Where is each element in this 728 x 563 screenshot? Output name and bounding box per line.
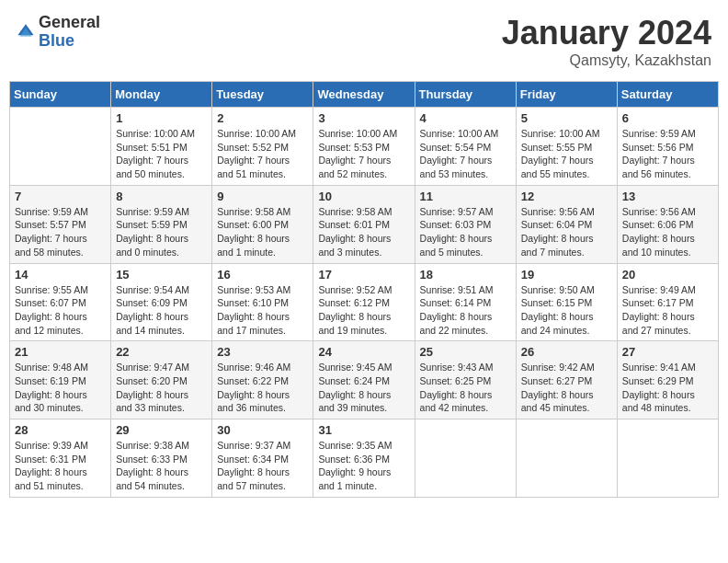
day-info: Sunrise: 10:00 AM Sunset: 5:54 PM Daylig… xyxy=(420,127,511,181)
calendar-week-row: 21Sunrise: 9:48 AM Sunset: 6:19 PM Dayli… xyxy=(10,341,719,419)
weekday-header: Wednesday xyxy=(313,82,415,108)
day-info: Sunrise: 9:43 AM Sunset: 6:25 PM Dayligh… xyxy=(420,361,511,415)
day-number: 8 xyxy=(116,190,207,203)
weekday-header: Friday xyxy=(516,82,617,108)
calendar-cell: 27Sunrise: 9:41 AM Sunset: 6:29 PM Dayli… xyxy=(617,341,718,419)
calendar-cell xyxy=(617,419,718,498)
day-info: Sunrise: 10:00 AM Sunset: 5:55 PM Daylig… xyxy=(521,127,612,181)
day-number: 14 xyxy=(15,268,106,282)
day-number: 1 xyxy=(116,111,207,125)
day-number: 6 xyxy=(622,111,713,125)
day-number: 19 xyxy=(521,268,612,282)
day-info: Sunrise: 9:47 AM Sunset: 6:20 PM Dayligh… xyxy=(116,361,207,415)
calendar-cell: 28Sunrise: 9:39 AM Sunset: 6:31 PM Dayli… xyxy=(10,419,111,498)
calendar-cell: 3Sunrise: 10:00 AM Sunset: 5:53 PM Dayli… xyxy=(313,108,415,186)
calendar-cell: 20Sunrise: 9:49 AM Sunset: 6:17 PM Dayli… xyxy=(617,263,718,341)
logo: General Blue xyxy=(17,14,100,51)
day-number: 7 xyxy=(15,190,106,203)
day-info: Sunrise: 10:00 AM Sunset: 5:53 PM Daylig… xyxy=(318,127,409,181)
calendar-cell: 29Sunrise: 9:38 AM Sunset: 6:33 PM Dayli… xyxy=(111,419,212,498)
logo-text: General Blue xyxy=(39,14,100,51)
day-number: 9 xyxy=(217,190,308,203)
calendar-cell: 14Sunrise: 9:55 AM Sunset: 6:07 PM Dayli… xyxy=(10,263,111,341)
calendar-cell: 2Sunrise: 10:00 AM Sunset: 5:52 PM Dayli… xyxy=(212,108,313,186)
day-info: Sunrise: 9:49 AM Sunset: 6:17 PM Dayligh… xyxy=(622,283,713,338)
calendar-cell: 7Sunrise: 9:59 AM Sunset: 5:57 PM Daylig… xyxy=(10,185,111,263)
day-number: 21 xyxy=(15,345,106,359)
day-info: Sunrise: 10:00 AM Sunset: 5:51 PM Daylig… xyxy=(116,127,207,181)
calendar-cell: 8Sunrise: 9:59 AM Sunset: 5:59 PM Daylig… xyxy=(111,185,212,263)
day-info: Sunrise: 9:38 AM Sunset: 6:33 PM Dayligh… xyxy=(116,439,207,493)
day-number: 3 xyxy=(318,111,409,125)
day-info: Sunrise: 9:59 AM Sunset: 5:56 PM Dayligh… xyxy=(622,127,713,181)
calendar-cell: 23Sunrise: 9:46 AM Sunset: 6:22 PM Dayli… xyxy=(212,341,313,419)
weekday-header: Saturday xyxy=(617,82,718,108)
calendar-header-row: SundayMondayTuesdayWednesdayThursdayFrid… xyxy=(10,82,719,108)
day-number: 27 xyxy=(622,345,713,359)
page-header: General Blue January 2024 Qamsyty, Kazak… xyxy=(9,9,719,74)
day-number: 28 xyxy=(15,423,106,437)
calendar-cell: 9Sunrise: 9:58 AM Sunset: 6:00 PM Daylig… xyxy=(212,185,313,263)
calendar-cell: 18Sunrise: 9:51 AM Sunset: 6:14 PM Dayli… xyxy=(415,263,516,341)
calendar-table: SundayMondayTuesdayWednesdayThursdayFrid… xyxy=(9,81,719,498)
day-info: Sunrise: 9:56 AM Sunset: 6:06 PM Dayligh… xyxy=(622,205,713,259)
calendar-cell: 21Sunrise: 9:48 AM Sunset: 6:19 PM Dayli… xyxy=(10,341,111,419)
day-number: 16 xyxy=(217,268,308,282)
day-info: Sunrise: 9:37 AM Sunset: 6:34 PM Dayligh… xyxy=(217,439,308,493)
day-info: Sunrise: 9:45 AM Sunset: 6:24 PM Dayligh… xyxy=(318,361,409,415)
calendar-week-row: 28Sunrise: 9:39 AM Sunset: 6:31 PM Dayli… xyxy=(10,419,719,498)
weekday-header: Monday xyxy=(111,82,212,108)
day-number: 12 xyxy=(521,190,612,203)
calendar-cell: 22Sunrise: 9:47 AM Sunset: 6:20 PM Dayli… xyxy=(111,341,212,419)
day-info: Sunrise: 9:56 AM Sunset: 6:04 PM Dayligh… xyxy=(521,205,612,259)
day-number: 13 xyxy=(622,190,713,203)
calendar-cell: 16Sunrise: 9:53 AM Sunset: 6:10 PM Dayli… xyxy=(212,263,313,341)
day-number: 26 xyxy=(521,345,612,359)
day-info: Sunrise: 9:54 AM Sunset: 6:09 PM Dayligh… xyxy=(116,283,207,338)
weekday-header: Tuesday xyxy=(212,82,313,108)
day-number: 29 xyxy=(116,423,207,437)
weekday-header: Sunday xyxy=(10,82,111,108)
calendar-cell: 15Sunrise: 9:54 AM Sunset: 6:09 PM Dayli… xyxy=(111,263,212,341)
day-info: Sunrise: 9:41 AM Sunset: 6:29 PM Dayligh… xyxy=(622,361,713,415)
day-info: Sunrise: 9:53 AM Sunset: 6:10 PM Dayligh… xyxy=(217,283,308,338)
calendar-cell: 24Sunrise: 9:45 AM Sunset: 6:24 PM Dayli… xyxy=(313,341,415,419)
calendar-cell: 5Sunrise: 10:00 AM Sunset: 5:55 PM Dayli… xyxy=(516,108,617,186)
logo-icon xyxy=(17,23,35,41)
day-number: 25 xyxy=(420,345,511,359)
day-info: Sunrise: 10:00 AM Sunset: 5:52 PM Daylig… xyxy=(217,127,308,181)
calendar-week-row: 14Sunrise: 9:55 AM Sunset: 6:07 PM Dayli… xyxy=(10,263,719,341)
day-number: 30 xyxy=(217,423,308,437)
day-info: Sunrise: 9:42 AM Sunset: 6:27 PM Dayligh… xyxy=(521,361,612,415)
day-number: 10 xyxy=(318,190,409,203)
day-number: 22 xyxy=(116,345,207,359)
day-info: Sunrise: 9:58 AM Sunset: 6:01 PM Dayligh… xyxy=(318,205,409,259)
day-number: 18 xyxy=(420,268,511,282)
logo-blue: Blue xyxy=(39,32,100,51)
day-number: 31 xyxy=(318,423,409,437)
calendar-cell: 26Sunrise: 9:42 AM Sunset: 6:27 PM Dayli… xyxy=(516,341,617,419)
month-title: January 2024 xyxy=(502,14,711,52)
day-info: Sunrise: 9:51 AM Sunset: 6:14 PM Dayligh… xyxy=(420,283,511,338)
day-number: 15 xyxy=(116,268,207,282)
calendar-cell: 30Sunrise: 9:37 AM Sunset: 6:34 PM Dayli… xyxy=(212,419,313,498)
day-info: Sunrise: 9:50 AM Sunset: 6:15 PM Dayligh… xyxy=(521,283,612,338)
day-number: 17 xyxy=(318,268,409,282)
day-info: Sunrise: 9:48 AM Sunset: 6:19 PM Dayligh… xyxy=(15,361,106,415)
calendar-cell: 31Sunrise: 9:35 AM Sunset: 6:36 PM Dayli… xyxy=(313,419,415,498)
day-number: 2 xyxy=(217,111,308,125)
calendar-cell: 25Sunrise: 9:43 AM Sunset: 6:25 PM Dayli… xyxy=(415,341,516,419)
day-info: Sunrise: 9:59 AM Sunset: 5:57 PM Dayligh… xyxy=(15,205,106,259)
calendar-cell: 6Sunrise: 9:59 AM Sunset: 5:56 PM Daylig… xyxy=(617,108,718,186)
day-info: Sunrise: 9:35 AM Sunset: 6:36 PM Dayligh… xyxy=(318,439,409,493)
calendar-week-row: 1Sunrise: 10:00 AM Sunset: 5:51 PM Dayli… xyxy=(10,108,719,186)
calendar-cell xyxy=(10,108,111,186)
day-info: Sunrise: 9:39 AM Sunset: 6:31 PM Dayligh… xyxy=(15,439,106,493)
day-number: 11 xyxy=(420,190,511,203)
calendar-cell xyxy=(415,419,516,498)
calendar-cell xyxy=(516,419,617,498)
calendar-cell: 11Sunrise: 9:57 AM Sunset: 6:03 PM Dayli… xyxy=(415,185,516,263)
logo-general: General xyxy=(39,14,100,32)
weekday-header: Thursday xyxy=(415,82,516,108)
calendar-cell: 12Sunrise: 9:56 AM Sunset: 6:04 PM Dayli… xyxy=(516,185,617,263)
